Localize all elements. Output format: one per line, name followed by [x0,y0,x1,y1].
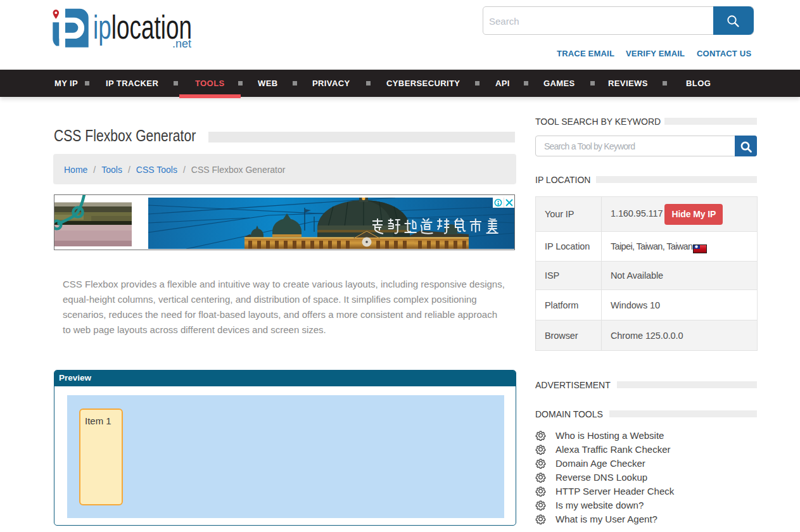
svg-text:.net: .net [172,37,191,50]
